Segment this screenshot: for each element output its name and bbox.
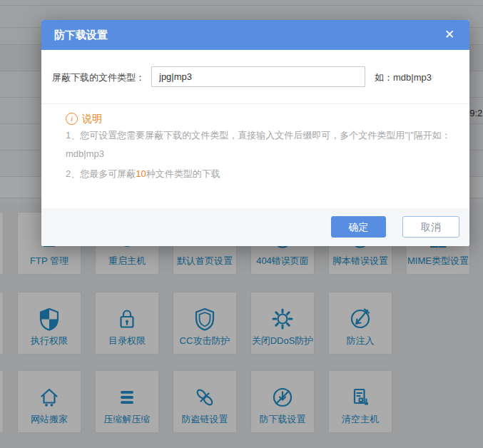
screen: 09:2 FTP 管理 重启主机 (0, 0, 483, 448)
dialog-divider (41, 103, 469, 104)
max-count-highlight: 10 (136, 168, 146, 179)
file-type-hint: 如：mdb|mp3 (375, 71, 432, 84)
dialog-header: 防下载设置 ✕ (41, 20, 469, 50)
ok-button[interactable]: 确定 (331, 216, 386, 238)
dialog-footer: 确定 取消 (41, 208, 469, 246)
close-icon[interactable]: ✕ (439, 20, 459, 50)
note-title: 说明 (82, 113, 102, 126)
note-line-2: mdb|mp3 (66, 148, 104, 159)
file-type-label: 屏蔽下载的文件类型： (52, 71, 145, 84)
anti-download-settings-dialog: 防下载设置 ✕ 屏蔽下载的文件类型： 如：mdb|mp3 i 说明 1、您可设置… (41, 20, 469, 246)
info-icon: i (66, 113, 78, 125)
dialog-title: 防下载设置 (54, 20, 108, 50)
file-type-input[interactable] (151, 66, 365, 87)
cancel-button[interactable]: 取消 (402, 216, 459, 238)
note-line-3: 2、您最多可屏蔽10种文件类型的下载 (66, 168, 220, 180)
note-line-1: 1、您可设置您需要屏蔽下载的文件类型，直接输入文件后缀即可，多个文件类型用"|"… (66, 129, 451, 142)
